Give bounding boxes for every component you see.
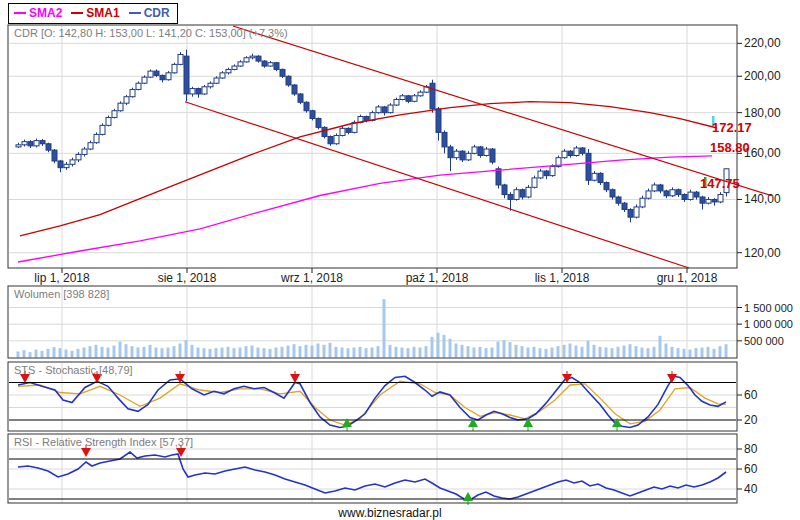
sts-tick-label: 20 xyxy=(744,414,757,426)
volume-bar xyxy=(29,352,32,357)
volume-bar xyxy=(113,346,116,358)
candle-body xyxy=(94,134,99,142)
candle-body xyxy=(706,199,711,203)
volume-bar xyxy=(617,347,620,358)
volume-bar xyxy=(593,345,596,358)
volume-bar xyxy=(47,349,50,358)
candle-body xyxy=(286,76,291,85)
rsi-sell-signal-icon xyxy=(176,448,186,457)
volume-bar xyxy=(287,346,290,358)
ohlc-title: CDR [O: 142,80 H: 153,00 L: 141,20 C: 15… xyxy=(14,28,288,39)
volume-bar xyxy=(407,348,410,357)
volume-bar xyxy=(221,348,224,358)
volume-bar xyxy=(185,340,188,357)
candle-body xyxy=(328,136,333,143)
volume-panel-border xyxy=(8,286,737,358)
volume-bar xyxy=(683,349,686,358)
candle-body xyxy=(664,191,669,196)
volume-bar xyxy=(359,347,362,358)
candle-body xyxy=(334,135,339,143)
volume-bar xyxy=(341,348,344,358)
volume-bar xyxy=(35,350,38,358)
candle-body xyxy=(562,151,567,157)
volume-bar xyxy=(119,342,122,358)
volume-bar xyxy=(635,346,638,357)
candle-body xyxy=(40,141,45,144)
volume-bar xyxy=(41,351,44,358)
candle-body xyxy=(178,55,183,65)
volume-bar xyxy=(665,344,668,358)
candle-body xyxy=(622,203,627,209)
volume-bar xyxy=(281,347,284,358)
volume-bar xyxy=(659,336,662,358)
candle-body xyxy=(226,69,231,72)
volume-bar xyxy=(65,350,68,358)
candle-body xyxy=(598,173,603,182)
candle-body xyxy=(616,197,621,203)
candle-body xyxy=(430,83,435,109)
candle-body xyxy=(256,56,261,61)
volume-bar xyxy=(677,348,680,357)
candle-body xyxy=(322,127,327,136)
candle-body xyxy=(700,197,705,203)
volume-bar xyxy=(419,348,422,358)
site-link[interactable]: www.biznesradar.pl xyxy=(300,506,480,520)
candle-body xyxy=(472,147,477,153)
candle-body xyxy=(640,198,645,207)
rsi-tick-label: 80 xyxy=(744,443,757,455)
volume-bar xyxy=(371,348,374,358)
sma2-line xyxy=(18,156,712,262)
volume-bar xyxy=(377,346,380,357)
sma1-line xyxy=(20,102,717,236)
price-tick-label: 120,00 xyxy=(744,247,781,259)
volume-bar xyxy=(299,346,302,357)
candle-body xyxy=(52,150,57,161)
volume-bar xyxy=(161,348,164,357)
volume-bar xyxy=(125,344,128,357)
volume-bar xyxy=(641,348,644,358)
candle-body xyxy=(670,190,675,196)
volume-bar xyxy=(107,348,110,358)
candle-body xyxy=(610,190,615,197)
candle-body xyxy=(568,151,573,155)
candle-body xyxy=(184,56,189,94)
volume-bar xyxy=(503,340,506,357)
volume-bar xyxy=(215,348,218,357)
candle-body xyxy=(28,142,33,146)
volume-bar xyxy=(575,346,578,358)
candle-body xyxy=(448,147,453,158)
candle-body xyxy=(274,63,279,70)
volume-panel-header: Wolumen [398 828] xyxy=(14,289,109,300)
candle-body xyxy=(214,78,219,83)
volume-bar xyxy=(521,346,524,357)
volume-bar xyxy=(455,344,458,358)
volume-bar xyxy=(647,348,650,357)
candle-body xyxy=(688,192,693,199)
candle-body xyxy=(718,195,723,202)
sts-sell-signal-icon xyxy=(667,374,677,383)
volume-bar xyxy=(581,347,584,358)
candle-body xyxy=(148,71,153,77)
candle-body xyxy=(34,141,39,146)
candle-body xyxy=(454,151,459,157)
volume-bar xyxy=(239,348,242,358)
volume-bar xyxy=(587,341,590,358)
candle-body xyxy=(376,107,381,113)
date-tick-label: gru 1, 2018 xyxy=(645,272,729,284)
volume-bar xyxy=(209,349,212,358)
volume-bar xyxy=(83,348,86,358)
volume-bar xyxy=(311,346,314,358)
volume-bar xyxy=(401,348,404,358)
candle-body xyxy=(514,190,519,200)
price-level-label: 147.75 xyxy=(700,177,740,190)
volume-bar xyxy=(179,344,182,358)
candle-body xyxy=(250,56,255,58)
candle-body xyxy=(112,111,117,118)
candle-body xyxy=(526,187,531,197)
candle-body xyxy=(364,117,369,121)
candle-body xyxy=(628,209,633,217)
candle-body xyxy=(340,128,345,135)
candle-body xyxy=(244,58,249,62)
volume-tick-label: 1 500 000 xyxy=(744,303,793,314)
candle-body xyxy=(268,63,273,66)
